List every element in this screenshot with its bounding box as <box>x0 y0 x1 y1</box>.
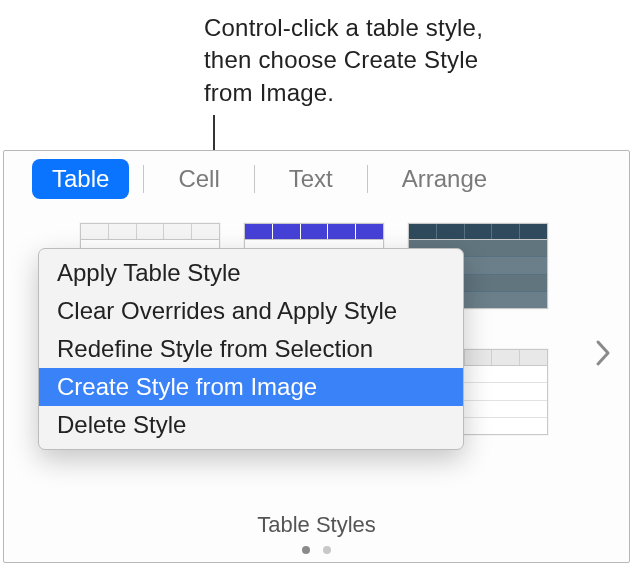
tab-arrange[interactable]: Arrange <box>382 159 507 199</box>
callout-line2: then choose Create Style <box>204 46 478 73</box>
tab-cell[interactable]: Cell <box>158 159 239 199</box>
context-menu: Apply Table Style Clear Overrides and Ap… <box>38 248 464 450</box>
callout-line1: Control-click a table style, <box>204 14 483 41</box>
tab-separator <box>254 165 255 193</box>
tab-separator <box>367 165 368 193</box>
next-page-button[interactable] <box>595 339 611 367</box>
page-dot[interactable] <box>323 546 331 554</box>
page-dots[interactable] <box>4 540 629 558</box>
table-styles-label: Table Styles <box>4 512 629 538</box>
menu-item-apply-table-style[interactable]: Apply Table Style <box>39 254 463 292</box>
menu-item-clear-overrides[interactable]: Clear Overrides and Apply Style <box>39 292 463 330</box>
menu-item-create-style-from-image[interactable]: Create Style from Image <box>39 368 463 406</box>
tab-separator <box>143 165 144 193</box>
tab-text[interactable]: Text <box>269 159 353 199</box>
menu-item-redefine-style[interactable]: Redefine Style from Selection <box>39 330 463 368</box>
tab-table[interactable]: Table <box>32 159 129 199</box>
callout-text: Control-click a table style, then choose… <box>204 12 483 109</box>
inspector-tabbar: Table Cell Text Arrange <box>4 151 629 207</box>
callout-line3: from Image. <box>204 79 334 106</box>
page-dot[interactable] <box>302 546 310 554</box>
menu-item-delete-style[interactable]: Delete Style <box>39 406 463 444</box>
